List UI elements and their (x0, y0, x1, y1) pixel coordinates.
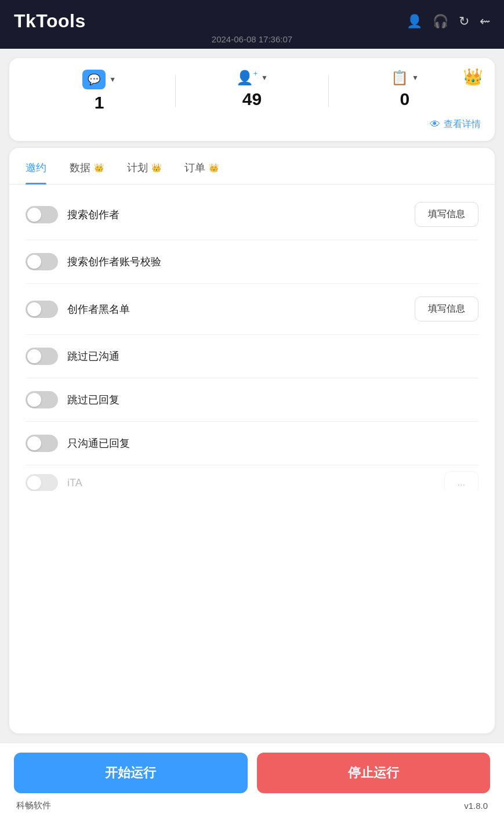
toggle-skip-contacted[interactable] (26, 348, 58, 365)
chat-icon[interactable]: 💬 (82, 70, 106, 89)
toggle-search-creator[interactable] (26, 206, 58, 223)
tab-order-crown: 👑 (209, 163, 219, 172)
toggle-skip-replied[interactable] (26, 391, 58, 408)
label-skip-contacted: 跳过已沟通 (67, 349, 478, 363)
tab-invite-label: 邀约 (26, 161, 46, 175)
stats-row: 💬 ▼ 1 👤+ ▼ 49 📋 ▼ 0 (23, 70, 481, 113)
settings-list: 搜索创作者 填写信息 搜索创作者账号校验 创作者黑名单 填写信息 跳过已沟通 (9, 185, 495, 491)
setting-partial: iTA ... (26, 465, 478, 491)
headset-icon[interactable]: 🎧 (433, 14, 448, 29)
table-dropdown-arrow[interactable]: ▼ (412, 74, 419, 82)
toggle-partial[interactable] (26, 474, 58, 491)
btn-blacklist-fill[interactable]: 填写信息 (415, 297, 478, 321)
table-count: 0 (400, 89, 409, 109)
add-user-count: 49 (242, 89, 262, 109)
add-user-icon[interactable]: 👤+ (236, 70, 258, 86)
view-detail-label: 查看详情 (444, 118, 481, 131)
refresh-icon[interactable]: ↻ (459, 14, 469, 29)
label-search-creator: 搜索创作者 (67, 208, 405, 222)
setting-skip-contacted: 跳过已沟通 (26, 335, 478, 378)
label-blacklist: 创作者黑名单 (67, 302, 405, 316)
datetime-display: 2024-06-08 17:36:07 (14, 34, 490, 44)
tab-order-label: 订单 (184, 161, 205, 175)
eye-icon: 👁 (430, 118, 440, 131)
tab-data[interactable]: 数据 👑 (70, 148, 104, 184)
toggle-skip-replied-slider (26, 391, 58, 408)
header-icon-group: 👤 🎧 ↻ ⇜ (407, 14, 490, 29)
tab-bar: 邀约 数据 👑 计划 👑 订单 👑 (9, 148, 495, 185)
add-user-dropdown-arrow[interactable]: ▼ (261, 74, 268, 82)
view-detail-row[interactable]: 👁 查看详情 (23, 118, 481, 131)
crown-icon: 👑 (463, 67, 483, 86)
toggle-search-creator-slider (26, 206, 58, 223)
label-only-replied: 只沟通已回复 (67, 436, 478, 450)
tab-plan-crown: 👑 (151, 163, 161, 172)
setting-only-replied: 只沟通已回复 (26, 422, 478, 465)
tab-plan[interactable]: 计划 👑 (127, 148, 161, 184)
toggle-only-replied-slider (26, 435, 58, 452)
chat-dropdown-arrow[interactable]: ▼ (109, 75, 116, 84)
table-icon[interactable]: 📋 (391, 70, 408, 86)
action-buttons: 开始运行 停止运行 (14, 753, 490, 793)
setting-verify-account: 搜索创作者账号校验 (26, 240, 478, 284)
chat-count: 1 (95, 93, 104, 113)
stop-button[interactable]: 停止运行 (257, 753, 491, 793)
tab-order[interactable]: 订单 👑 (184, 148, 219, 184)
user-icon[interactable]: 👤 (407, 14, 422, 29)
btn-search-creator-fill[interactable]: 填写信息 (415, 202, 478, 227)
toggle-verify-account[interactable] (26, 253, 58, 270)
back-icon[interactable]: ⇜ (480, 14, 490, 29)
company-label: 科畅软件 (16, 800, 51, 811)
stats-card: 👑 💬 ▼ 1 👤+ ▼ 49 📋 ▼ 0 (9, 58, 495, 141)
toggle-skip-contacted-slider (26, 348, 58, 365)
toggle-blacklist-slider (26, 301, 58, 318)
app-header: TkTools 👤 🎧 ↻ ⇜ 2024-06-08 17:36:07 (0, 0, 504, 49)
label-partial: iTA (67, 477, 435, 489)
bottom-bar: 开始运行 停止运行 科畅软件 v1.8.0 (0, 743, 504, 817)
label-skip-replied: 跳过已回复 (67, 393, 478, 407)
stats-chat: 💬 ▼ 1 (23, 70, 175, 113)
tab-data-label: 数据 (70, 161, 90, 175)
stats-table: 📋 ▼ 0 (329, 70, 481, 109)
app-title: TkTools (14, 10, 86, 32)
toggle-only-replied[interactable] (26, 435, 58, 452)
setting-blacklist: 创作者黑名单 填写信息 (26, 284, 478, 335)
toggle-partial-slider (26, 474, 58, 491)
tab-invite[interactable]: 邀约 (26, 148, 46, 184)
stats-add-user: 👤+ ▼ 49 (176, 70, 328, 109)
version-label: v1.8.0 (464, 801, 488, 811)
label-verify-account: 搜索创作者账号校验 (67, 255, 478, 269)
toggle-blacklist[interactable] (26, 301, 58, 318)
main-card: 邀约 数据 👑 计划 👑 订单 👑 搜索创作者 填写信息 (9, 148, 495, 733)
toggle-verify-account-slider (26, 253, 58, 270)
tab-plan-label: 计划 (127, 161, 148, 175)
setting-search-creator: 搜索创作者 填写信息 (26, 189, 478, 240)
setting-skip-replied: 跳过已回复 (26, 378, 478, 422)
btn-partial-fill[interactable]: ... (444, 471, 478, 491)
tab-data-crown: 👑 (94, 163, 104, 172)
start-button[interactable]: 开始运行 (14, 753, 248, 793)
footer: 科畅软件 v1.8.0 (14, 800, 490, 811)
